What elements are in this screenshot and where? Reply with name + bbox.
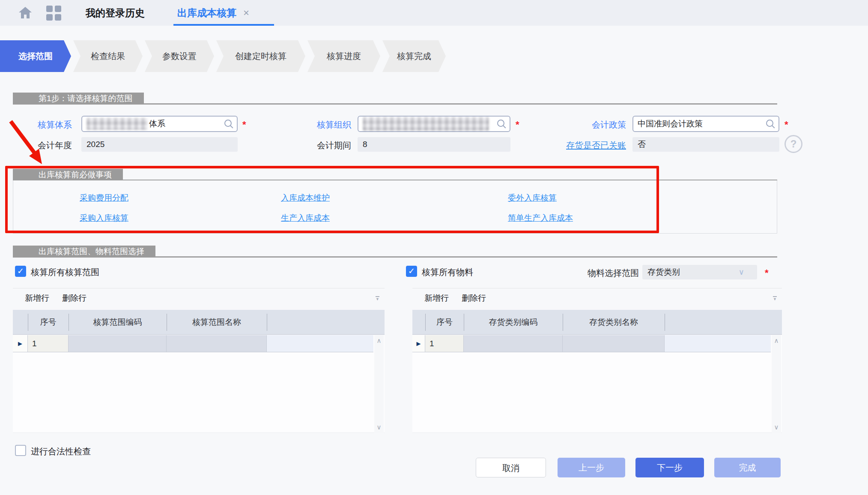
column-header-range-name: 核算范围名称	[167, 310, 267, 335]
wizard-step-select-range[interactable]: 选择范围	[0, 40, 71, 72]
cancel-button[interactable]: 取消	[476, 458, 546, 477]
checkbox-all-accounting-ranges-label: 核算所有核算范围	[31, 267, 99, 278]
wizard-step-check-result[interactable]: 检查结果	[73, 40, 143, 72]
scroll-down-icon[interactable]: ∨	[772, 423, 781, 431]
check-icon: ✓	[17, 267, 24, 276]
row-indicator-icon: ▶	[13, 335, 28, 352]
accounting-policy-label: 会计政策	[531, 119, 626, 131]
link-inbound-cost-maintenance[interactable]: 入库成本维护	[281, 192, 330, 204]
accounting-org-input[interactable]	[358, 116, 510, 132]
close-icon[interactable]: ×	[243, 7, 249, 19]
checkbox-all-materials[interactable]: ✓	[406, 266, 417, 277]
top-tab-bar: 我的登录历史 出库成本核算 ×	[0, 0, 868, 26]
vertical-scrollbar[interactable]: ∧ ∨	[772, 335, 781, 433]
range-section-badge: 出库核算范围、物料范围选择	[13, 246, 155, 257]
wizard-step-parameter-setting[interactable]: 参数设置	[145, 40, 214, 72]
search-icon[interactable]	[766, 120, 773, 127]
cell-range-name	[167, 335, 267, 352]
cell-empty	[665, 335, 771, 352]
grid-body: ▶ 1 ∧ ∨	[412, 335, 782, 433]
delete-row-button[interactable]: 删除行	[462, 293, 486, 304]
checkbox-legality-check-label: 进行合法性检查	[31, 446, 91, 457]
column-header-seq: 序号	[28, 310, 69, 335]
checkbox-all-materials-label: 核算所有物料	[422, 267, 473, 278]
toolbar-collapse-icon[interactable]: ▼	[376, 296, 379, 301]
column-header-category-name: 存货类别名称	[563, 310, 665, 335]
active-tab-underline	[173, 24, 274, 26]
accounting-system-label: 核算体系	[13, 119, 72, 131]
scroll-down-icon[interactable]: ∨	[374, 423, 384, 431]
help-icon[interactable]: ?	[784, 135, 802, 153]
fiscal-period-field: 8	[358, 137, 510, 152]
link-production-inbound-cost[interactable]: 生产入库成本	[281, 213, 330, 224]
add-row-button[interactable]: 新增行	[424, 293, 449, 304]
search-icon[interactable]	[224, 120, 232, 127]
wizard-step-progress[interactable]: 核算进度	[307, 40, 380, 72]
link-simple-production-inbound-cost[interactable]: 简单生产入库成本	[508, 213, 573, 224]
redacted-value	[363, 117, 489, 131]
checkbox-legality-check[interactable]	[15, 445, 26, 456]
inventory-closed-field: 否	[632, 137, 779, 152]
step1-section-badge: 第1步：请选择核算的范围	[13, 93, 144, 104]
wizard-step-create-scheduled[interactable]: 创建定时核算	[216, 40, 305, 72]
check-icon: ✓	[408, 267, 415, 276]
accounting-system-input[interactable]: 体系	[81, 116, 238, 132]
tab-outbound-cost-accounting[interactable]: 出库成本核算 ×	[177, 0, 249, 26]
fiscal-year-label: 会计年度	[13, 140, 72, 151]
tab-label: 我的登录历史	[86, 6, 145, 20]
grid-toolbar: 新增行 删除行 ▼	[412, 288, 782, 310]
link-purchase-inbound-accounting[interactable]: 采购入库核算	[80, 213, 128, 224]
grid-header: 序号 存货类别编码 存货类别名称	[412, 310, 782, 335]
redacted-value	[87, 118, 147, 130]
fiscal-year-field: 2025	[81, 137, 238, 152]
accounting-policy-value: 中国准则会计政策	[638, 118, 703, 129]
material-range-dropdown[interactable]: 存货类别 ∨	[642, 265, 757, 279]
chevron-down-icon: ∨	[739, 265, 744, 279]
tab-login-history[interactable]: 我的登录历史	[86, 0, 145, 26]
toolbar-collapse-icon[interactable]: ▼	[773, 296, 777, 301]
cell-seq: 1	[425, 335, 464, 352]
accounting-system-value: 体系	[149, 118, 165, 129]
delete-row-button[interactable]: 删除行	[62, 293, 87, 304]
link-purchase-fee-allocation[interactable]: 采购费用分配	[80, 192, 128, 204]
required-asterisk: *	[784, 119, 788, 130]
grid-body: ▶ 1 ∧ ∨	[13, 335, 385, 433]
next-step-button[interactable]: 下一步	[635, 458, 704, 477]
material-range-label: 物料选择范围	[544, 267, 639, 279]
scroll-up-icon[interactable]: ∧	[374, 337, 384, 345]
search-icon[interactable]	[497, 120, 504, 127]
material-range-value: 存货类别	[647, 267, 680, 276]
finish-button[interactable]: 完成	[714, 458, 781, 477]
cell-range-code	[69, 335, 167, 352]
previous-step-button[interactable]: 上一步	[558, 458, 625, 477]
inventory-closed-link[interactable]: 存货是否已关账	[531, 140, 626, 151]
grid-header: 序号 核算范围编码 核算范围名称	[13, 310, 385, 335]
wizard-step-finished[interactable]: 核算完成	[382, 40, 446, 72]
column-header-range-code: 核算范围编码	[69, 310, 167, 335]
fiscal-period-label: 会计期间	[274, 140, 351, 151]
vertical-scrollbar[interactable]: ∧ ∨	[374, 335, 384, 433]
cell-category-name	[563, 335, 665, 352]
add-row-button[interactable]: 新增行	[25, 293, 49, 304]
todo-section-badge: 出库核算前必做事项	[13, 169, 123, 180]
home-icon[interactable]	[18, 6, 33, 20]
required-asterisk: *	[242, 119, 246, 130]
accounting-range-grid-panel: 新增行 删除行 ▼ 序号 核算范围编码 核算范围名称 ▶ 1 ∧ ∨	[13, 288, 385, 433]
apps-grid-icon[interactable]	[46, 6, 61, 21]
tab-label: 出库成本核算	[177, 6, 236, 20]
accounting-org-label: 核算组织	[274, 119, 351, 131]
cell-empty	[267, 335, 373, 352]
scroll-up-icon[interactable]: ∧	[772, 337, 781, 345]
grid-toolbar: 新增行 删除行 ▼	[13, 288, 385, 310]
column-header-seq: 序号	[425, 310, 464, 335]
column-header-category-code: 存货类别编码	[464, 310, 563, 335]
checkbox-all-accounting-ranges[interactable]: ✓	[15, 266, 26, 277]
link-outsourced-inbound-accounting[interactable]: 委外入库核算	[508, 192, 557, 204]
accounting-policy-input[interactable]: 中国准则会计政策	[632, 116, 779, 132]
required-asterisk: *	[516, 119, 519, 130]
cell-seq: 1	[28, 335, 69, 352]
todo-links-box: 采购费用分配 入库成本维护 委外入库核算 采购入库核算 生产入库成本 简单生产入…	[13, 180, 777, 234]
required-asterisk: *	[765, 267, 769, 279]
row-indicator-icon: ▶	[412, 335, 425, 352]
material-category-grid-panel: 新增行 删除行 ▼ 序号 存货类别编码 存货类别名称 ▶ 1 ∧ ∨	[412, 288, 782, 433]
